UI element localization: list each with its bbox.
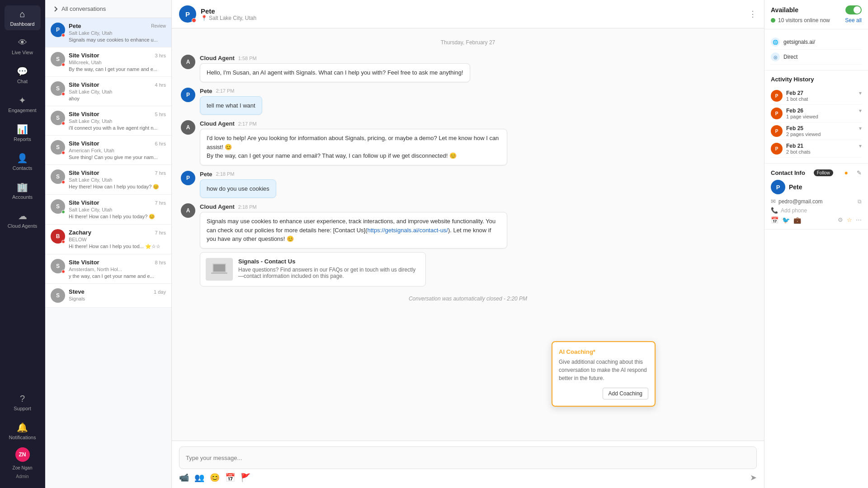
msg-time-3: 2:17 PM [238, 121, 257, 127]
contact-email-row: ✉ pedro@gmail.com ⧉ [771, 198, 862, 205]
settings-contact-icon[interactable]: ⚙ [838, 216, 843, 224]
nav-item-dashboard[interactable]: ⌂ Dashboard [5, 5, 41, 30]
star-icon[interactable]: ☆ [847, 216, 852, 224]
nav-item-notifications[interactable]: 🔔 Notifications [5, 418, 41, 444]
conv-name-steve: Steve [69, 288, 85, 295]
linkedin-icon[interactable]: 💼 [793, 216, 801, 224]
activity-date-feb26: Feb 26 [786, 108, 818, 114]
nav-item-liveview[interactable]: 👁 Live View [5, 34, 41, 59]
conv-loc-6: Salt Lake City, Utah [69, 207, 166, 212]
expand-icon-feb26[interactable]: ▾ [859, 108, 862, 114]
expand-icon-feb21[interactable]: ▾ [859, 143, 862, 149]
activity-item-feb27: P Feb 27 1 bot chat ▾ [771, 87, 862, 105]
conv-loc-zachary: BELOW [69, 237, 166, 242]
laptop-icon [210, 261, 228, 277]
msg-header-2: Pete 2:17 PM [200, 88, 262, 94]
conv-time-2: 4 hrs [155, 82, 166, 88]
conv-loc-pete: Salt Lake City, Utah [69, 30, 166, 36]
conv-name-7: Site Visitor [69, 259, 99, 266]
video-icon[interactable]: 📹 [179, 473, 189, 483]
contact-us-link[interactable]: https://getsignals.ai/contact-us/ [368, 227, 448, 234]
users-icon[interactable]: 👥 [194, 473, 204, 483]
add-phone-label[interactable]: Add phone [781, 207, 807, 214]
chat-input[interactable] [179, 446, 757, 469]
conv-item-zachary[interactable]: B Zachary7 hrs BELOW Hi there! How can I… [45, 225, 171, 254]
msg-bubble-4: how do you use cookies [200, 179, 276, 198]
msg-content-5: Cloud Agent 2:18 PM Signals may use cook… [200, 203, 507, 286]
activity-date-feb27: Feb 27 [786, 90, 808, 96]
nav-label-engagement: Engagement [8, 108, 36, 113]
conv-name-6: Site Visitor [69, 199, 99, 206]
nav-item-cloudagents[interactable]: ☁ Cloud Agents [5, 207, 41, 232]
cloud-icon: ☁ [18, 211, 27, 221]
conv-name-5: Site Visitor [69, 169, 99, 176]
activity-item-feb25: P Feb 25 2 pages viewed ▾ [771, 122, 862, 140]
conv-item-pete[interactable]: P Pete Review Salt Lake City, Utah Signa… [45, 18, 171, 47]
calendar-contact-icon[interactable]: 📅 [771, 216, 778, 224]
more-contact-icon[interactable]: ⋯ [856, 216, 862, 224]
twitter-icon[interactable]: 🐦 [782, 216, 790, 224]
send-button[interactable]: ➤ [750, 473, 757, 483]
conv-loc-7: Amsterdam, North Hol... [69, 267, 166, 272]
available-section: Available 10 visitors online now See all [764, 0, 868, 29]
flag-icon[interactable]: 🚩 [241, 473, 250, 483]
conv-item-4[interactable]: S Site Visitor6 hrs American Fork, Utah … [45, 136, 171, 165]
contacts-icon: 👤 [17, 153, 28, 164]
conv-preview-4: Sure thing! Can you give me your nam... [69, 155, 166, 160]
conv-item-7[interactable]: S Site Visitor8 hrs Amsterdam, North Hol… [45, 254, 171, 284]
visitors-row: 10 visitors online now See all [771, 17, 862, 23]
user-avatar[interactable]: ZN [15, 447, 30, 462]
contact-email: pedro@gmail.com [778, 198, 823, 205]
nav-item-contacts[interactable]: 👤 Contacts [5, 149, 41, 174]
activity-desc-feb25: 2 pages viewed [786, 131, 821, 137]
conv-avatar-pete: P [51, 23, 65, 37]
message-row-3: A Cloud Agent 2:17 PM I'd love to help! … [181, 120, 755, 165]
msg-bubble-5: Signals may use cookies to enhance user … [200, 212, 507, 249]
chat-header-left: P Pete 📍 Salt Lake City, Utah [179, 5, 256, 23]
follow-badge[interactable]: Follow [814, 169, 833, 176]
conv-item-steve[interactable]: S Steve1 day Signals [45, 284, 171, 308]
nav-item-chat[interactable]: 💬 Chat [5, 62, 41, 88]
message-row-2: P Pete 2:17 PM tell me what I want [181, 88, 755, 115]
conv-item-6[interactable]: S Site Visitor7 hrs Salt Lake City, Utah… [45, 195, 171, 225]
emoji-icon[interactable]: 😊 [210, 473, 220, 483]
msg-avatar-user-4: P [181, 171, 195, 185]
ai-coaching-asterisk: * [593, 348, 595, 355]
copy-icon[interactable]: ⧉ [858, 198, 862, 205]
edit-icon[interactable]: ✎ [857, 169, 862, 176]
message-row-4: P Pete 2:18 PM how do you use cookies [181, 171, 755, 198]
see-all-link[interactable]: See all [845, 17, 862, 23]
link-preview: Signals - Contact Us Have questions? Fin… [200, 252, 426, 286]
chevron-right-icon [52, 6, 59, 12]
conv-item-3[interactable]: S Site Visitor5 hrs Salt Lake City, Utah… [45, 106, 171, 136]
conv-time-1: 3 hrs [155, 53, 166, 58]
nav-item-support[interactable]: ? Support [5, 390, 41, 415]
conv-list-header: All conversations [45, 0, 171, 18]
expand-icon-feb27[interactable]: ▾ [859, 90, 862, 96]
svg-rect-2 [211, 272, 227, 274]
conv-item-5[interactable]: S Site Visitor7 hrs Salt Lake City, Utah… [45, 165, 171, 195]
nav-item-engagement[interactable]: ✦ Engagement [5, 91, 41, 117]
msg-sender-4: Pete [200, 171, 212, 178]
ai-coaching-title: AI Coaching* [559, 348, 648, 355]
conv-item-2[interactable]: S Site Visitor4 hrs Salt Lake City, Utah… [45, 77, 171, 106]
conv-avatar-5: S [51, 169, 65, 184]
msg-sender-5: Cloud Agent [200, 203, 235, 210]
add-coaching-button[interactable]: Add Coaching [603, 388, 648, 399]
available-toggle[interactable] [845, 5, 862, 14]
available-row: Available [771, 5, 862, 14]
contact-phone-row: 📞 Add phone [771, 207, 862, 214]
conv-name-2: Site Visitor [69, 81, 99, 88]
nav-item-reports[interactable]: 📊 Reports [5, 120, 41, 145]
conv-loc-5: Salt Lake City, Utah [69, 177, 166, 183]
site-name-direct: Direct [783, 54, 797, 60]
conv-loc-2: Salt Lake City, Utah [69, 89, 166, 94]
svg-rect-1 [213, 264, 225, 272]
msg-header-1: Cloud Agent 1:58 PM [200, 55, 470, 61]
chat-header-actions[interactable]: ⋮ [749, 9, 757, 19]
conv-item-1[interactable]: S Site Visitor3 hrs Millcreek, Utah By t… [45, 47, 171, 77]
nav-item-accounts[interactable]: 🏢 Accounts [5, 178, 41, 203]
calendar-icon[interactable]: 📅 [225, 473, 235, 483]
expand-icon-feb25[interactable]: ▾ [859, 125, 862, 131]
msg-time-5: 2:18 PM [238, 204, 257, 210]
